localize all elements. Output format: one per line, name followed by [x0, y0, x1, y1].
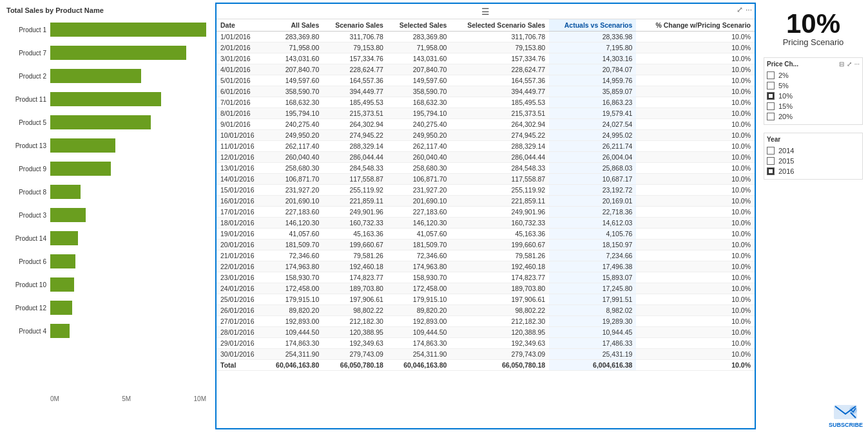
table-cell: 10.0% — [636, 86, 755, 97]
table-cell: 258,680.30 — [387, 163, 450, 174]
price-checkbox[interactable] — [767, 113, 775, 120]
table-row[interactable]: 20/01/2016181,509.70199,660.67181,509.70… — [217, 239, 755, 250]
table-row[interactable]: 29/01/2016174,863.30192,349.63174,863.30… — [217, 338, 755, 349]
bar-row[interactable]: Product 12 — [6, 297, 206, 318]
table-row[interactable]: 18/01/2016146,120.30160,732.33146,120.30… — [217, 218, 755, 229]
table-header-bar: ☰ — [217, 4, 755, 19]
table-row[interactable]: 19/01/201641,057.6045,163.3641,057.6045,… — [217, 229, 755, 239]
table-cell: 195,794.10 — [387, 108, 450, 119]
price-checkbox[interactable] — [767, 71, 775, 79]
table-cell: 117,558.87 — [323, 174, 387, 185]
bar-row[interactable]: Product 11 — [6, 89, 206, 109]
subscribe-area[interactable]: SUBSCRIBE — [829, 402, 863, 428]
table-row[interactable]: 14/01/2016106,871.70117,558.87106,871.70… — [217, 174, 755, 185]
table-cell: 212,182.30 — [323, 316, 387, 327]
svg-point-1 — [849, 406, 857, 414]
table-cell: 192,460.18 — [323, 261, 387, 272]
year-checkbox[interactable] — [767, 157, 775, 165]
bar-row[interactable]: Product 1 — [6, 19, 206, 40]
expand-icon-2[interactable]: ⤢ — [847, 61, 852, 68]
price-option[interactable]: 20% — [767, 111, 860, 122]
year-option[interactable]: 2015 — [767, 156, 860, 166]
bar-row[interactable]: Product 14 — [6, 228, 206, 249]
price-option[interactable]: 10% — [767, 91, 860, 101]
table-cell: 79,153.80 — [323, 42, 387, 53]
year-checkbox[interactable] — [767, 167, 775, 175]
table-cell: 10.0% — [636, 294, 755, 305]
year-slicer[interactable]: Year 201420152016 — [764, 133, 863, 180]
table-cell: 254,311.90 — [387, 349, 450, 360]
bar-row[interactable]: Product 2 — [6, 66, 206, 86]
table-row[interactable]: 28/01/2016109,444.50120,388.95109,444.50… — [217, 327, 755, 338]
bar-row[interactable]: Product 13 — [6, 135, 206, 156]
bar-row[interactable]: Product 5 — [6, 112, 206, 133]
table-row[interactable]: 24/01/2016172,458.00189,703.80172,458.00… — [217, 283, 755, 294]
bar-row[interactable]: Product 9 — [6, 158, 206, 179]
bar-row[interactable]: Product 3 — [6, 205, 206, 225]
year-option[interactable]: 2014 — [767, 146, 860, 156]
table-row[interactable]: 16/01/2016201,690.10221,859.11201,690.10… — [217, 196, 755, 207]
price-checkbox[interactable] — [767, 82, 775, 89]
price-checkbox[interactable] — [767, 92, 775, 100]
table-cell: 264,302.94 — [323, 119, 387, 130]
table-cell: 79,581.26 — [450, 250, 549, 261]
table-row[interactable]: 1/01/2016283,369.80311,706.78283,369.803… — [217, 32, 755, 42]
table-row[interactable]: 30/01/2016254,311.90279,743.09254,311.90… — [217, 349, 755, 360]
table-row[interactable]: 13/01/2016258,680.30284,548.33258,680.30… — [217, 163, 755, 174]
price-slicer[interactable]: Price Ch... ⊟ ⤢ ··· 2%5%10%15%20% — [764, 57, 863, 125]
table-cell: 260,040.40 — [264, 152, 323, 163]
table-row[interactable]: 17/01/2016227,183.60249,901.96227,183.60… — [217, 207, 755, 218]
table-row[interactable]: 4/01/2016207,840.70228,624.77207,840.702… — [217, 64, 755, 75]
table-cell: 311,706.78 — [450, 32, 549, 42]
expand-icon[interactable]: ⤢ — [737, 5, 743, 14]
table-row[interactable]: 23/01/2016158,930.70174,823.77158,930.70… — [217, 272, 755, 283]
more-icon[interactable]: ··· — [746, 5, 752, 14]
table-icon[interactable]: ⊟ — [839, 61, 844, 68]
table-row[interactable]: 5/01/2016149,597.60164,557.36149,597.601… — [217, 75, 755, 86]
table-row[interactable]: 8/01/2016195,794.10215,373.51195,794.102… — [217, 108, 755, 119]
table-row[interactable]: 9/01/2016240,275.40264,302.94240,275.402… — [217, 119, 755, 130]
table-cell: 14/01/2016 — [217, 174, 264, 185]
year-checkbox[interactable] — [767, 147, 775, 155]
price-option[interactable]: 15% — [767, 101, 860, 111]
year-option[interactable]: 2016 — [767, 166, 860, 176]
table-cell: 284,548.33 — [450, 163, 549, 174]
bar-row[interactable]: Product 8 — [6, 182, 206, 202]
subscribe-label[interactable]: SUBSCRIBE — [829, 422, 863, 428]
bar-fill — [50, 277, 74, 292]
table-row[interactable]: 2/01/201671,958.0079,153.8071,958.0079,1… — [217, 42, 755, 53]
table-row[interactable]: 26/01/201689,820.2098,802.2289,820.2098,… — [217, 305, 755, 316]
bar-row[interactable]: Product 7 — [6, 42, 206, 63]
table-cell: 18,150.97 — [549, 239, 636, 250]
hamburger-icon[interactable]: ☰ — [481, 6, 490, 17]
price-option[interactable]: 2% — [767, 70, 860, 80]
table-cell: 255,119.92 — [323, 185, 387, 196]
bar-fill — [50, 185, 81, 199]
bar-row[interactable]: Product 10 — [6, 274, 206, 295]
table-row[interactable]: 6/01/2016358,590.70394,449.77358,590.703… — [217, 86, 755, 97]
table-row[interactable]: 3/01/2016143,031.60157,334.76143,031.601… — [217, 53, 755, 64]
table-row[interactable]: 27/01/2016192,893.00212,182.30192,893.00… — [217, 316, 755, 327]
table-cell: 20/01/2016 — [217, 239, 264, 250]
table-row[interactable]: 10/01/2016249,950.20274,945.22249,950.20… — [217, 130, 755, 141]
table-row[interactable]: 15/01/2016231,927.20255,119.92231,927.20… — [217, 185, 755, 196]
table-row[interactable]: 22/01/2016174,963.80192,460.18174,963.80… — [217, 261, 755, 272]
table-cell: 394,449.77 — [323, 86, 387, 97]
table-cell: 25/01/2016 — [217, 294, 264, 305]
table-cell: 311,706.78 — [323, 32, 387, 42]
table-row[interactable]: 7/01/2016168,632.30185,495.53168,632.301… — [217, 97, 755, 108]
table-cell: 240,275.40 — [387, 119, 450, 130]
table-cell: 16/01/2016 — [217, 196, 264, 207]
table-row[interactable]: 21/01/201672,346.6079,581.2672,346.6079,… — [217, 250, 755, 261]
more-icon-2[interactable]: ··· — [854, 61, 860, 68]
table-cell: 227,183.60 — [387, 207, 450, 218]
table-row[interactable]: 12/01/2016260,040.40286,044.44260,040.40… — [217, 152, 755, 163]
table-cell: 8,982.02 — [549, 305, 636, 316]
table-row[interactable]: 25/01/2016179,915.10197,906.61179,915.10… — [217, 294, 755, 305]
table-cell: 199,660.67 — [323, 239, 387, 250]
price-checkbox[interactable] — [767, 102, 775, 110]
table-row[interactable]: 11/01/2016262,117.40288,329.14262,117.40… — [217, 141, 755, 152]
bar-row[interactable]: Product 6 — [6, 251, 206, 272]
price-option[interactable]: 5% — [767, 80, 860, 91]
bar-row[interactable]: Product 4 — [6, 321, 206, 341]
